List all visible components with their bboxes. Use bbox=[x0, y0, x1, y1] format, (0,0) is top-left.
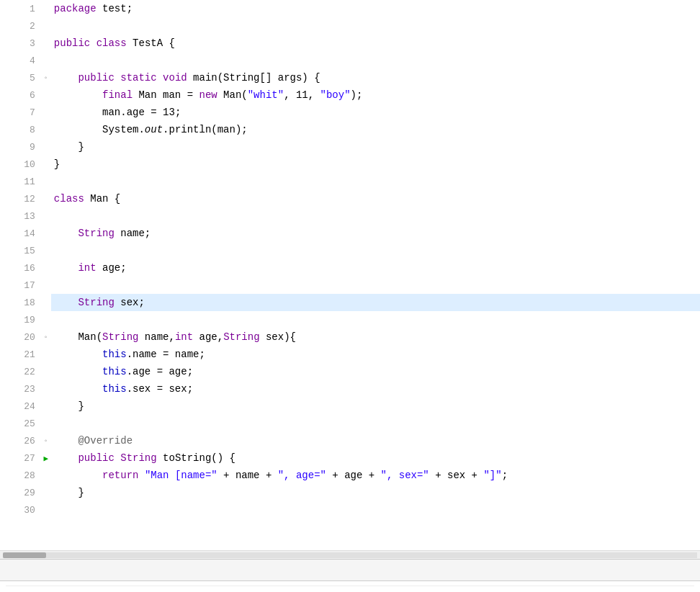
line-gutter bbox=[41, 398, 51, 415]
line-gutter bbox=[41, 225, 51, 242]
line-number: 18 bbox=[0, 294, 41, 311]
code-line-1: 1package test; bbox=[0, 0, 700, 17]
line-number: 20 bbox=[0, 328, 41, 346]
code-line-26: 26◦ @Override bbox=[0, 432, 700, 449]
line-code: class Man { bbox=[51, 190, 700, 207]
code-line-22: 22 this.age = age; bbox=[0, 363, 700, 380]
line-gutter bbox=[41, 311, 51, 328]
horizontal-scrollbar[interactable] bbox=[0, 550, 700, 559]
code-line-19: 19 bbox=[0, 311, 700, 328]
line-number: 16 bbox=[0, 259, 41, 277]
line-number: 30 bbox=[0, 501, 41, 519]
code-area[interactable]: 1package test;2 3public class TestA {4 5… bbox=[0, 0, 700, 550]
line-number: 21 bbox=[0, 346, 41, 363]
line-number: 25 bbox=[0, 415, 41, 432]
code-line-24: 24 } bbox=[0, 398, 700, 415]
code-line-30: 30 bbox=[0, 501, 700, 519]
line-gutter bbox=[41, 138, 51, 156]
line-code bbox=[51, 242, 700, 259]
line-number: 28 bbox=[0, 467, 41, 484]
line-code bbox=[51, 52, 700, 69]
fold-indicator[interactable]: ◦ bbox=[44, 437, 48, 445]
code-line-18: 18 String sex; bbox=[0, 294, 700, 311]
code-line-17: 17 bbox=[0, 277, 700, 294]
code-line-20: 20◦ Man(String name,int age,String sex){ bbox=[0, 328, 700, 346]
code-line-5: 5◦ public static void main(String[] args… bbox=[0, 69, 700, 86]
line-gutter bbox=[41, 190, 51, 207]
line-code: package test; bbox=[51, 0, 700, 17]
code-line-21: 21 this.name = name; bbox=[0, 346, 700, 363]
code-line-7: 7 man.age = 13; bbox=[0, 104, 700, 121]
line-gutter bbox=[41, 346, 51, 363]
code-line-15: 15 bbox=[0, 242, 700, 259]
line-gutter bbox=[41, 207, 51, 225]
line-code bbox=[51, 277, 700, 294]
code-line-4: 4 bbox=[0, 52, 700, 69]
line-code: this.name = name; bbox=[51, 346, 700, 363]
line-number: 9 bbox=[0, 138, 41, 156]
line-number: 27 bbox=[0, 449, 41, 467]
line-code: this.sex = sex; bbox=[51, 380, 700, 398]
line-number: 14 bbox=[0, 225, 41, 242]
line-number: 29 bbox=[0, 484, 41, 501]
line-code bbox=[51, 311, 700, 328]
line-gutter: ◦ bbox=[41, 432, 51, 449]
line-number: 13 bbox=[0, 207, 41, 225]
line-code: @Override bbox=[51, 432, 700, 449]
console-output bbox=[6, 588, 694, 591]
line-gutter: ▶ bbox=[41, 449, 51, 467]
code-line-27: 27▶ public String toString() { bbox=[0, 449, 700, 467]
line-gutter bbox=[41, 501, 51, 519]
line-code bbox=[51, 207, 700, 225]
line-code: Man(String name,int age,String sex){ bbox=[51, 328, 700, 346]
line-gutter bbox=[41, 380, 51, 398]
line-gutter: ◦ bbox=[41, 328, 51, 346]
code-line-11: 11 bbox=[0, 173, 700, 190]
line-code bbox=[51, 415, 700, 432]
code-line-2: 2 bbox=[0, 17, 700, 35]
line-number: 1 bbox=[0, 0, 41, 17]
code-table: 1package test;2 3public class TestA {4 5… bbox=[0, 0, 700, 519]
line-number: 7 bbox=[0, 104, 41, 121]
code-line-9: 9 } bbox=[0, 138, 700, 156]
line-code: int age; bbox=[51, 259, 700, 277]
line-gutter bbox=[41, 259, 51, 277]
code-line-29: 29 } bbox=[0, 484, 700, 501]
line-number: 17 bbox=[0, 277, 41, 294]
line-gutter bbox=[41, 484, 51, 501]
code-editor: 1package test;2 3public class TestA {4 5… bbox=[0, 0, 700, 559]
line-code bbox=[51, 173, 700, 190]
line-number: 10 bbox=[0, 156, 41, 173]
line-gutter bbox=[41, 467, 51, 484]
arrow-indicator: ▶ bbox=[44, 454, 49, 463]
console-header bbox=[6, 583, 694, 586]
line-code: } bbox=[51, 398, 700, 415]
code-line-3: 3public class TestA { bbox=[0, 35, 700, 52]
line-gutter bbox=[41, 277, 51, 294]
line-code: String sex; bbox=[51, 294, 700, 311]
line-number: 23 bbox=[0, 380, 41, 398]
line-code: public class TestA { bbox=[51, 35, 700, 52]
line-number: 19 bbox=[0, 311, 41, 328]
line-number: 22 bbox=[0, 363, 41, 380]
line-gutter bbox=[41, 17, 51, 35]
line-gutter bbox=[41, 35, 51, 52]
line-gutter: ◦ bbox=[41, 69, 51, 86]
line-gutter bbox=[41, 363, 51, 380]
line-gutter bbox=[41, 52, 51, 69]
fold-indicator[interactable]: ◦ bbox=[44, 74, 48, 82]
code-line-8: 8 System.out.println(man); bbox=[0, 121, 700, 138]
line-code: public String toString() { bbox=[51, 449, 700, 467]
code-line-12: 12class Man { bbox=[0, 190, 700, 207]
line-number: 26 bbox=[0, 432, 41, 449]
line-number: 2 bbox=[0, 17, 41, 35]
line-code: } bbox=[51, 138, 700, 156]
fold-indicator[interactable]: ◦ bbox=[44, 333, 48, 341]
line-gutter bbox=[41, 104, 51, 121]
line-number: 24 bbox=[0, 398, 41, 415]
line-code: System.out.println(man); bbox=[51, 121, 700, 138]
line-code bbox=[51, 501, 700, 519]
line-code: man.age = 13; bbox=[51, 104, 700, 121]
line-number: 12 bbox=[0, 190, 41, 207]
line-number: 3 bbox=[0, 35, 41, 52]
